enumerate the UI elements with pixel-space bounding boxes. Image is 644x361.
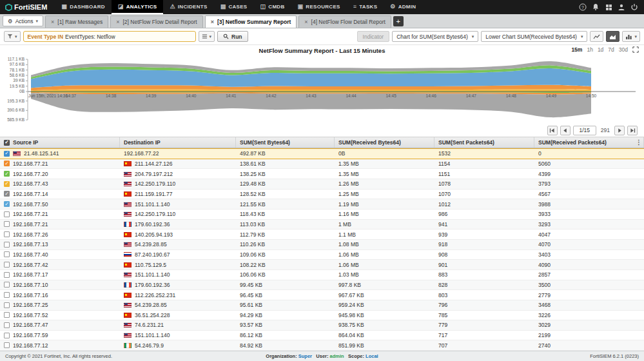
table-row[interactable]: 192.168.77.2554.239.28.8595.61 KB959.24 … [0,300,644,311]
bell-icon[interactable] [590,1,601,13]
row-checkbox[interactable] [4,282,10,288]
row-checkbox[interactable] [4,292,10,298]
bar-chart-button[interactable]: ▾ [622,31,640,42]
brand-logo[interactable]: FortiSIEM [0,0,55,14]
lower-chart-select[interactable]: Lower Chart SUM(Received Bytes64) ▾ [481,31,587,42]
row-checkbox[interactable] [4,201,10,207]
tab-raw-messages[interactable]: ×[1] Raw Messages [45,15,108,28]
table-row[interactable]: 21.48.125.141192.168.77.22492.87 KB0B153… [0,148,644,159]
nav-admin[interactable]: ⚙ADMIN [384,0,422,14]
range-7d[interactable]: 7d [608,46,614,53]
indicator-button[interactable]: Indicator [357,31,390,42]
nav-dashboard[interactable]: ▦DASHBOARD [55,0,112,14]
col-destination-ip[interactable]: Destination IP [120,137,236,148]
range-15m[interactable]: 15m [571,46,582,53]
row-checkbox[interactable] [4,242,10,248]
table-row[interactable]: 192.168.77.14211.159.191.77128.52 KB1.25… [0,190,644,200]
table-row[interactable]: 192.168.77.21211.144.27.126138.61 KB1.35… [0,159,644,170]
close-icon[interactable]: × [211,19,214,25]
table-row[interactable]: 192.168.77.42110.75.129.5108.22 KB1.06 M… [0,260,644,270]
scope-value[interactable]: Local [366,353,378,359]
table-row[interactable]: 192.168.77.1354.239.28.85110.26 KB1.08 M… [0,240,644,250]
apps-grid-icon[interactable] [603,1,614,13]
help-icon[interactable]: ? [577,1,589,13]
nav-cmdb[interactable]: ◫CMDB [254,0,291,14]
cases-icon: ▤ [220,3,226,10]
row-checkbox[interactable] [4,312,10,318]
table-row[interactable]: 192.168.77.4774.6.231.2193.57 KB938.75 K… [0,320,644,331]
col-source-ip[interactable]: Source IP [0,137,120,148]
next-page-button[interactable] [614,126,625,135]
close-icon[interactable]: × [51,19,54,25]
nav-cases[interactable]: ▤CASES [214,0,254,14]
upper-chart-select[interactable]: Chart for SUM(Sent Bytes64) ▾ [392,31,478,42]
row-checkbox[interactable] [4,322,10,328]
row-checkbox[interactable] [4,231,10,237]
close-icon[interactable]: × [304,19,307,25]
actions-button[interactable]: ⚙ Actions ▾ [3,15,43,26]
fullscreen-icon[interactable] [632,46,639,53]
range-30d[interactable]: 30d [619,46,628,53]
query-options-button[interactable]: ▾ [199,31,215,42]
row-checkbox[interactable] [4,151,10,157]
table-row[interactable]: 192.168.77.16112.226.252.23196.45 KB967.… [0,290,644,300]
area-chart-button[interactable] [606,31,620,42]
first-page-button[interactable] [547,126,558,135]
netflow-area-chart[interactable]: 117.1 KB97.6 KB78.1 KB58.6 KB39 KB19.5 K… [0,55,644,124]
col-sum-received-packets[interactable]: SUM(Received Packets64) [534,137,644,148]
table-row[interactable]: 192.168.77.59151.101.1.14086.12 KB864.04… [0,331,644,341]
col-sum-sent-packets[interactable]: SUM(Sent Packets64) [434,137,534,148]
table-row[interactable]: 192.168.77.21142.250.179.110118.43 KB1.1… [0,210,644,220]
sent-packets-cell: 883 [434,270,534,280]
table-row[interactable]: 192.168.77.21179.60.192.36113.03 KB1 MB9… [0,220,644,230]
table-row[interactable]: 192.168.77.43142.250.179.110129.48 KB1.2… [0,179,644,190]
close-icon[interactable]: × [116,19,119,25]
row-checkbox[interactable] [4,191,10,197]
row-checkbox[interactable] [4,262,10,268]
table-row[interactable]: 192.168.77.20204.79.197.212138.25 KB1.35… [0,169,644,179]
select-all-checkbox[interactable] [4,140,10,146]
table-row[interactable]: 192.168.77.5236.51.254.22894.29 KB945.98… [0,311,644,321]
nav-tasks[interactable]: ≡TASKS [347,0,384,14]
tab-netflow-detail-2[interactable]: ×[2] NetFlow Flow Detail Report [110,15,203,28]
table-row[interactable]: 192.168.77.50151.101.1.140121.55 KB1.19 … [0,199,644,210]
tab-netflow-detail-4[interactable]: ×[4] NetFlow Flow Detail Report [298,15,391,28]
row-checkbox[interactable] [4,211,10,217]
nav-incidents[interactable]: ⚠INCIDENTS [163,0,213,14]
nav-resources[interactable]: ▣RESOURCES [291,0,347,14]
row-checkbox[interactable] [4,272,10,278]
col-sum-sent-bytes[interactable]: SUM(Sent Bytes64) [236,137,335,148]
power-icon[interactable] [629,1,640,13]
page-input[interactable] [573,126,596,135]
row-checkbox[interactable] [4,161,10,166]
row-checkbox[interactable] [4,302,10,308]
row-checkbox[interactable] [4,181,10,187]
table-row[interactable]: 192.168.77.26140.205.94.193112.79 KB1.1 … [0,229,644,240]
tab-netflow-summary[interactable]: ×[3] Netflow Summary Report [205,15,297,28]
range-1d[interactable]: 1d [598,46,603,53]
row-checkbox[interactable] [4,221,10,227]
range-1h[interactable]: 1h [587,46,592,53]
nav-analytics[interactable]: ◪ANALYTICS [112,0,164,14]
row-checkbox[interactable] [4,251,10,257]
source-ip-cell: 192.168.77.26 [0,229,120,239]
org-value[interactable]: Super [298,353,312,359]
row-checkbox[interactable] [4,171,10,177]
col-sum-received-bytes[interactable]: SUM(Received Bytes64) [335,137,434,148]
user-value[interactable]: admin [330,353,344,359]
run-button[interactable]: Run [217,31,248,42]
table-row[interactable]: 192.168.77.10179.60.192.3699.45 KB997.8 … [0,280,644,291]
row-checkbox[interactable] [4,342,10,348]
line-chart-button[interactable] [590,31,603,42]
filter-menu-button[interactable]: ▾ [4,31,21,42]
table-row[interactable]: 192.168.77.1254.246.79.984.92 KB851.99 K… [0,340,644,351]
table-row[interactable]: 192.168.77.17151.101.1.140106.06 KB1.03 … [0,270,644,280]
query-input[interactable]: Event Type IN EventTypes: Netflow [23,31,196,42]
last-page-button[interactable] [627,126,638,135]
row-checkbox[interactable] [4,333,10,338]
table-row[interactable]: 192.168.77.4087.240.190.67109.06 KB1.06 … [0,250,644,260]
add-tab-button[interactable]: + [393,16,404,26]
user-icon[interactable] [616,1,627,13]
column-menu-icon[interactable]: ⋮ [636,139,642,146]
prev-page-button[interactable] [560,126,571,135]
